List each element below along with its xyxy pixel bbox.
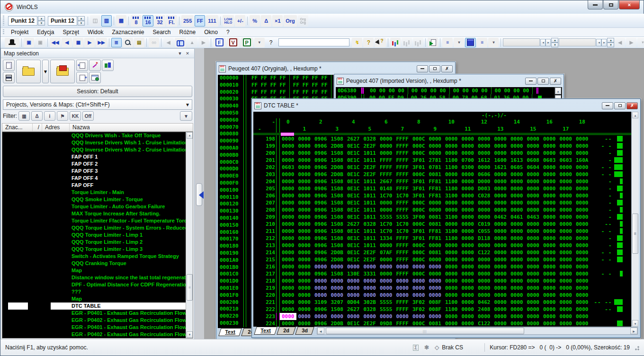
dtc-cell[interactable]: 0000 — [427, 263, 444, 270]
dtc-cell[interactable]: 1508 — [329, 306, 346, 313]
dtc-cell[interactable]: 0000 — [509, 292, 525, 299]
dtc-cell[interactable]: 1508 — [329, 135, 346, 142]
row-height-button[interactable]: ≡ — [442, 38, 453, 47]
list-item[interactable]: Map — [2, 295, 186, 303]
dtc-row[interactable]: 2180000000000000000000000000000000000000… — [253, 277, 639, 285]
dtc-cell[interactable]: 0000 — [378, 150, 394, 157]
dtc-cell[interactable]: 3207 — [329, 299, 346, 306]
sign-button[interactable]: +/- — [235, 15, 245, 27]
dtc-cell[interactable]: 0000 — [280, 157, 296, 164]
dtc-cell[interactable]: 2667 — [378, 178, 394, 185]
dtc-cell[interactable]: 0000 — [362, 285, 378, 292]
list-item[interactable]: QQQ Torque Limiter - Limp 2 — [2, 239, 186, 246]
dtc-cell[interactable]: 07AF — [378, 249, 394, 256]
dtc-cell[interactable]: 0148 — [378, 185, 394, 192]
offset-pager-1[interactable]: ◂▸ — [540, 39, 551, 46]
dtc-cell[interactable]: 0328 — [362, 135, 378, 142]
dtc-cell[interactable]: 5555 — [378, 306, 394, 313]
dtc-cell[interactable]: 0000 — [280, 199, 296, 206]
dtc-column-header[interactable]: 11 — [460, 125, 476, 133]
maximize-button[interactable] — [429, 65, 440, 72]
dtc-cell[interactable]: 1011 — [362, 192, 378, 199]
dtc-cell[interactable]: 0000 — [509, 150, 525, 157]
dtc-cell[interactable]: 0000 — [558, 235, 574, 242]
dtc-cell[interactable]: 0000 — [280, 178, 296, 185]
dtc-cell[interactable]: 0000 — [362, 277, 378, 285]
dtc-scrollbar[interactable]: ▲ ≡ ▼ — [631, 112, 639, 327]
dtc-cell[interactable]: 0000 — [509, 228, 525, 235]
dtc-cell[interactable]: 0000 — [574, 192, 590, 199]
dtc-cell[interactable]: 0000 — [460, 292, 476, 299]
dtc-cell[interactable]: 1600 — [492, 157, 509, 164]
dtc-cell[interactable]: 3F02 — [411, 299, 427, 306]
dtc-cell[interactable]: 0000 — [280, 292, 296, 299]
dtc-cell[interactable]: 0000 — [296, 150, 313, 157]
dtc-cell[interactable]: 0000 — [525, 285, 542, 292]
dtc-cell[interactable]: 0000 — [378, 313, 394, 320]
list-item[interactable]: QQQ Torque Limiter - System Errors - Red… — [2, 224, 186, 231]
dtc-cell[interactable]: FFFF — [378, 171, 394, 178]
map-wizard-button[interactable] — [390, 38, 401, 47]
dtc-cell[interactable]: 0000 — [280, 320, 296, 327]
dtc-column-header[interactable] — [574, 125, 590, 133]
dtc-cell[interactable]: 0E1C — [345, 228, 362, 235]
dtc-cell[interactable]: 0000 — [443, 249, 460, 256]
tab-2d[interactable]: 2d — [277, 327, 295, 335]
column-adres[interactable]: Adres — [42, 124, 70, 131]
dtc-cell[interactable]: 0906 — [313, 228, 329, 235]
dtc-cell[interactable]: 0000 — [443, 292, 460, 299]
font-size-value[interactable]: Punkt 12 — [48, 16, 77, 26]
dtc-cell[interactable]: 1100 — [443, 164, 460, 171]
dtc-cell[interactable]: 0000 — [411, 292, 427, 299]
dtc-cell[interactable]: 0000 — [280, 206, 296, 214]
dtc-cell[interactable]: 0000 — [296, 135, 313, 142]
dtc-cell[interactable]: 0000 — [443, 135, 460, 142]
width-32-button[interactable]: 32 — [154, 15, 165, 27]
dtc-cell[interactable]: 0081 — [427, 320, 444, 327]
dtc-cell[interactable]: 0000 — [492, 270, 509, 277]
dtc-cell[interactable]: FFFF — [394, 164, 411, 171]
dtc-cell[interactable]: 0000 — [525, 199, 542, 206]
resize-grip[interactable] — [634, 345, 639, 350]
dtc-cell[interactable]: 2E2F — [362, 142, 378, 150]
dtc-row[interactable]: 2220000000009061508262703285555FFFF3F020… — [253, 306, 639, 313]
dtc-cell[interactable]: FF81 — [427, 228, 444, 235]
dtc-cell[interactable]: 0906 — [313, 235, 329, 242]
dtc-cell[interactable]: 0000 — [296, 171, 313, 178]
font-size-spinner[interactable]: ▲▼ — [78, 16, 85, 26]
dtc-cell[interactable]: 0000 — [378, 206, 394, 214]
scroll-down-icon[interactable]: ▼ — [632, 320, 638, 327]
dtc-row[interactable]: 2150000000009062D0B0E1C2E2F0000FFFF000C0… — [253, 256, 639, 263]
dtc-cell[interactable]: 0000 — [509, 263, 525, 270]
dtc-cell[interactable]: 1508 — [329, 185, 346, 192]
dtc-cell[interactable]: 0000 — [558, 135, 574, 142]
list-item[interactable]: FAP OFF 1 — [2, 153, 186, 160]
dtc-cell[interactable]: 0000 — [525, 178, 542, 185]
dtc-cell[interactable]: 0000 — [509, 142, 525, 150]
dtc-cell[interactable]: 0000 — [574, 228, 590, 235]
dtc-cell[interactable]: 0906 — [313, 171, 329, 178]
dtc-cell[interactable]: 0000 — [492, 185, 509, 192]
dtc-cell[interactable]: 0081 — [427, 214, 444, 221]
dtc-row[interactable]: 22100000000310932070D04302B5555FFFF3F020… — [253, 299, 639, 306]
dtc-cell[interactable]: 0000 — [313, 313, 329, 320]
dtc-cell[interactable]: 0000 — [541, 313, 558, 320]
filter-info-button[interactable]: i — [44, 111, 55, 121]
dtc-column-header[interactable] — [345, 125, 362, 133]
dtc-cell[interactable]: 0000 — [509, 249, 525, 256]
dtc-cell[interactable]: 1011 — [362, 157, 378, 164]
list-item[interactable]: FAP OFF 2 — [2, 160, 186, 168]
dtc-cell[interactable]: 0000 — [574, 178, 590, 185]
dtc-cell[interactable]: 0000 — [525, 135, 542, 142]
dtc-column-header[interactable]: 8 — [411, 118, 427, 125]
dtc-column-header[interactable]: 4 — [345, 118, 362, 125]
dtc-cell[interactable]: 0000 — [574, 135, 590, 142]
dtc-cell[interactable]: 0608 — [525, 157, 542, 164]
dtc-cell[interactable]: 0E1C — [345, 142, 362, 150]
dtc-cell[interactable]: 0000 — [525, 221, 542, 228]
dtc-cell[interactable]: 1C70 — [394, 221, 411, 228]
dtc-cell[interactable]: 0000 — [476, 164, 492, 171]
dtc-cell[interactable]: 0000 — [460, 185, 476, 192]
dtc-cell[interactable]: 0000 — [378, 270, 394, 277]
dtc-cell[interactable]: FF81 — [427, 235, 444, 242]
